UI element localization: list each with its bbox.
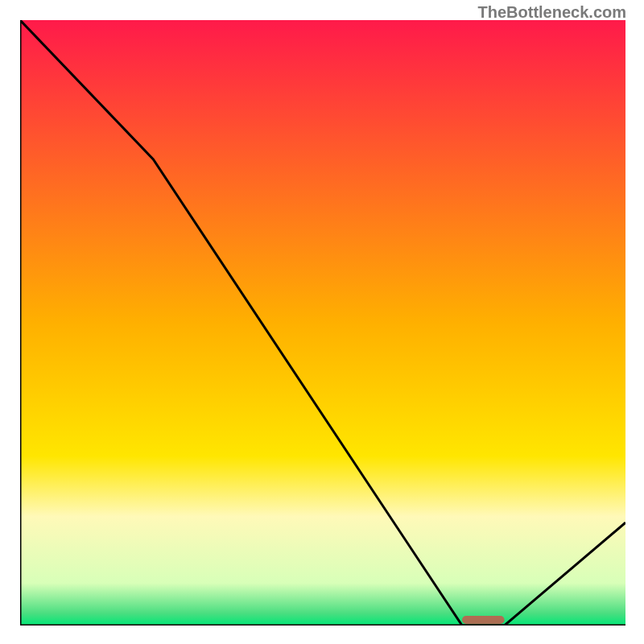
optimal-range-marker (462, 616, 505, 624)
chart-container: TheBottleneck.com (0, 0, 644, 644)
watermark-text: TheBottleneck.com (478, 3, 626, 22)
chart-svg (20, 20, 625, 625)
bottleneck-curve (20, 20, 625, 625)
axes (20, 20, 625, 625)
plot-area (20, 20, 625, 625)
